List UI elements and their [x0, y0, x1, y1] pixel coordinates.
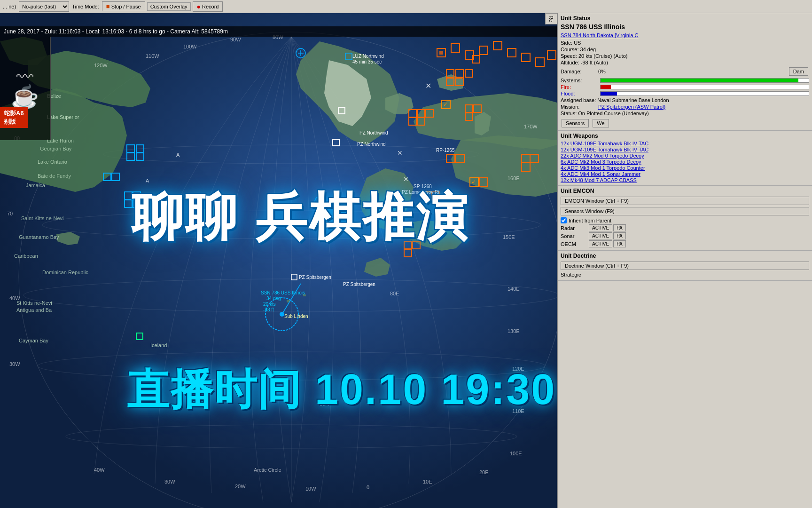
banner-tag: 蛇影A6 别版 [0, 107, 28, 128]
radar-pa-button[interactable]: PA [613, 224, 626, 231]
fire-label: Fire: [561, 84, 598, 90]
svg-text:✕: ✕ [397, 149, 403, 157]
sensors-window-button[interactable]: Sensors Window (F9) [561, 207, 809, 215]
weapon-item-4[interactable]: 4x ADC Mk3 Mod 1 Torpedo Counter [561, 165, 809, 171]
stop-pause-label: Stop / Pause [111, 4, 141, 9]
systems-bar-fill [601, 79, 798, 82]
record-dot-icon: ● [197, 3, 201, 10]
svg-text:A: A [176, 152, 180, 158]
svg-text:10E: 10E [423, 479, 432, 484]
weapon-item-2[interactable]: 22x ADC Mk2 Mod 0 Torpedo Decoy [561, 153, 809, 159]
sonar-label: Sonar [561, 233, 589, 239]
svg-text:Caribbean: Caribbean [14, 253, 38, 259]
record-label: Record [202, 4, 219, 9]
svg-text:Guantanamo Bay: Guantanamo Bay [19, 234, 59, 240]
related-unit-link[interactable]: SSN 784 North Dakota [Virginia C [561, 32, 639, 38]
status-bar: June 28, 2017 - Zulu: 11:16:03 - Local: … [0, 26, 557, 37]
status-bar-text: June 28, 2017 - Zulu: 11:16:03 - Local: … [4, 28, 228, 35]
toolbar-label: ... ne) [2, 4, 17, 9]
side-row: Side: US [561, 40, 809, 46]
weapon-item-5[interactable]: 4x ADC Mk4 Mod 1 Sonar Jammer [561, 171, 809, 177]
sonar-active-button[interactable]: ACTIVE [589, 232, 612, 239]
assigned-base-row: Assigned base: Naval Submarine Base Lond… [561, 97, 809, 103]
custom-overlay-button[interactable]: Custom Overlay [147, 2, 191, 11]
svg-text:Dominican Republic: Dominican Republic [42, 270, 88, 275]
svg-text:Lake Ontario: Lake Ontario [38, 159, 67, 165]
svg-text:Georgian Bay: Georgian Bay [40, 146, 72, 151]
svg-text:40W: 40W [94, 467, 105, 473]
oecm-pa-button[interactable]: PA [613, 240, 626, 247]
svg-text:St Kitts ne-Nevi: St Kitts ne-Nevi [16, 300, 52, 306]
svg-text:PZ Spitsbergen: PZ Spitsbergen [343, 282, 375, 287]
sonar-pa-button[interactable]: PA [613, 232, 626, 239]
doctrine-window-button[interactable]: Doctrine Window (Ctrl + F9) [561, 262, 809, 270]
course-row: Course: 34 deg [561, 47, 809, 52]
svg-text:Sub Linden: Sub Linden [284, 314, 308, 319]
svg-text:0: 0 [367, 484, 369, 490]
weapon-item-6[interactable]: 12x Mk48 Mod 7 ADCAP CBASS [561, 177, 809, 183]
mission-link[interactable]: PZ Spitzbergen (ASW Patrol) [598, 104, 665, 110]
inherit-from-parent-row: Inherit from Parent [561, 217, 809, 223]
weapons-list: 12x UGM-109E Tomahawk Blk IV TAC 12x UGM… [561, 141, 809, 183]
svg-text:RP-1265: RP-1265 [436, 148, 455, 153]
oecm-active-button[interactable]: ACTIVE [589, 240, 612, 247]
stop-pause-button[interactable]: ■ Stop / Pause [102, 1, 145, 11]
damage-button[interactable]: Dam [789, 67, 808, 76]
altitude-row: Altitude: -98 ft (Auto) [561, 60, 809, 65]
svg-text:20W: 20W [235, 484, 246, 489]
re-tab-label: Re [548, 16, 554, 22]
svg-text:Arctic Circle: Arctic Circle [254, 467, 281, 473]
chinese-sub-text: 直播时间 10.10 19:30 [127, 361, 556, 419]
svg-text:PZ Northwind: PZ Northwind [359, 130, 388, 135]
mission-row: Mission: PZ Spitzbergen (ASW Patrol) [561, 104, 809, 110]
svg-text:150E: 150E [503, 234, 515, 240]
svg-text:PZ Spitsbergen: PZ Spitsbergen [299, 275, 331, 280]
mission-label: Mission: [561, 104, 598, 110]
svg-text:120W: 120W [94, 63, 108, 68]
right-panel: Unit Status SSN 786 USS Illinois SSN 784… [557, 13, 812, 508]
unit-doctrine-section: Unit Doctrine Doctrine Window (Ctrl + F9… [558, 251, 812, 281]
weapon-item-1[interactable]: 12x UGM-109E Tomahawk Blk IV TAC [561, 147, 809, 152]
time-mode-select[interactable]: No-pulse (fast) Pulse (real-time) [19, 1, 69, 12]
svg-text:110W: 110W [146, 53, 159, 59]
sensors-button[interactable]: Sensors [562, 119, 589, 127]
strategic-label: Strategic [561, 272, 581, 278]
weapon-item-3[interactable]: 6x ADC Mk2 Mod 3 Torpedo Decoy [561, 159, 809, 165]
unit-weapons-section: Unit Weapons 12x UGM-109E Tomahawk Blk I… [558, 131, 812, 186]
inherit-label: Inherit from Parent [569, 218, 611, 223]
svg-text:80E: 80E [390, 291, 399, 296]
svg-rect-53 [439, 51, 443, 55]
weapon-item-0[interactable]: 12x UGM-109E Tomahawk Blk IV TAC [561, 141, 809, 146]
emcon-window-button[interactable]: EMCON Window (Ctrl + F9) [561, 197, 809, 205]
assigned-base-value: Assigned base: Naval Submarine Base Lond… [561, 97, 669, 103]
svg-text:Jamaica: Jamaica [26, 183, 46, 188]
we-button[interactable]: We [593, 119, 609, 127]
svg-text:30W: 30W [164, 479, 175, 484]
flood-bar-fill [601, 92, 617, 95]
svg-text:20 kts: 20 kts [263, 302, 276, 307]
svg-text:170W: 170W [524, 124, 538, 129]
svg-text:20E: 20E [479, 469, 489, 475]
svg-text:✕: ✕ [403, 175, 409, 183]
record-button[interactable]: ● Record [193, 1, 223, 12]
map-svg: 170W 160E 150E 140E 130E 120E 110E 100E … [0, 13, 557, 508]
altitude-value: Altitude: -98 ft (Auto) [561, 60, 608, 65]
steam-icon: 〰 [16, 69, 33, 86]
unit-status-title: Unit Status [561, 15, 809, 22]
cup-icon: ☕ [11, 86, 39, 108]
radar-active-button[interactable]: ACTIVE [589, 224, 612, 231]
svg-text:30W: 30W [9, 361, 20, 367]
svg-text:Iceland: Iceland [150, 342, 167, 348]
svg-text:SSN 786 USS Illinois: SSN 786 USS Illinois [261, 290, 305, 295]
unit-emcon-title: Unit EMCON [561, 188, 809, 194]
inherit-checkbox[interactable] [561, 217, 567, 223]
radar-label: Radar [561, 225, 589, 231]
re-tab[interactable]: Re [545, 13, 557, 24]
speed-row: Speed: 20 kts (Cruise) (Auto) [561, 53, 809, 59]
flood-bar [600, 91, 809, 96]
oecm-emcon-row: OECM ACTIVE PA [561, 240, 809, 247]
fire-row: Fire: [561, 84, 809, 90]
map-area[interactable]: 170W 160E 150E 140E 130E 120E 110E 100E … [0, 13, 557, 508]
fire-bar [600, 85, 809, 89]
unit-emcon-section: Unit EMCON EMCON Window (Ctrl + F9) Sens… [558, 186, 812, 251]
